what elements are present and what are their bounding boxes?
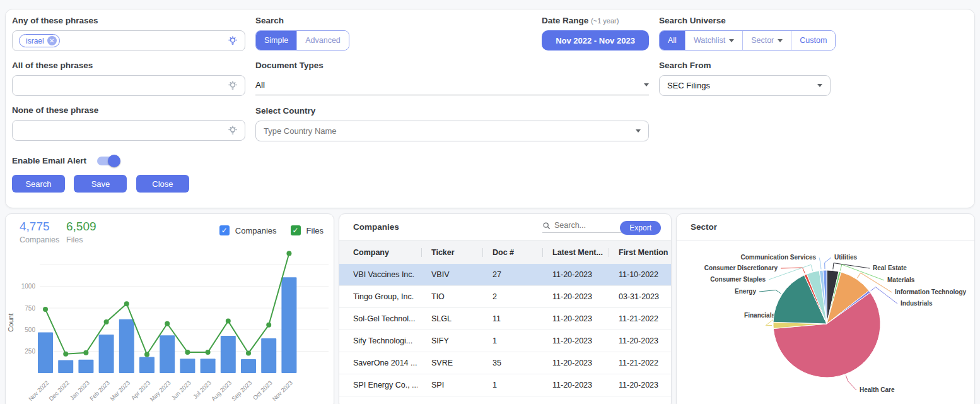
cell: Sol-Gel Technol...	[339, 314, 417, 323]
x-tick-label: Sep 2023	[230, 379, 254, 403]
suggestion-bulb-icon[interactable]	[227, 125, 238, 136]
companies-search[interactable]	[542, 221, 622, 233]
y-tick-label: 500	[25, 326, 35, 333]
search-from-select[interactable]: SEC Filings	[659, 75, 831, 96]
toggle-knob	[108, 155, 120, 167]
point-apr-2023[interactable]	[144, 352, 149, 357]
point-jan-2023[interactable]	[83, 350, 88, 355]
point-dec-2022[interactable]	[63, 352, 68, 357]
companies-count: 4,775	[20, 220, 59, 234]
bar-oct-2023[interactable]	[261, 338, 276, 373]
save-button[interactable]: Save	[74, 175, 127, 193]
suggestion-bulb-icon[interactable]	[227, 35, 238, 47]
column-header-doc[interactable]: Doc #	[479, 248, 539, 257]
cell: VBIV	[417, 270, 479, 279]
cell: SLGL	[417, 314, 479, 323]
companies-checkbox[interactable]: ✓	[219, 225, 230, 235]
column-header-company[interactable]: Company	[339, 248, 417, 257]
table-row-svre[interactable]: SaverOne 2014 ...SVRE3511-20-202311-21-2…	[339, 352, 671, 374]
country-field[interactable]	[264, 126, 636, 136]
date-range-button[interactable]: Nov 2022 - Nov 2023	[542, 30, 649, 50]
legend-companies[interactable]: ✓ Companies	[219, 225, 277, 235]
point-jun-2023[interactable]	[185, 350, 190, 355]
bar-dec-2022[interactable]	[58, 360, 73, 373]
mentions-bar-line-chart: 2505007501000CountNov 2022Dec 2022Jan 20…	[6, 247, 335, 404]
bar-jan-2023[interactable]	[78, 360, 93, 373]
point-sep-2023[interactable]	[246, 350, 251, 355]
universe-sector-button[interactable]: Sector	[742, 31, 791, 50]
bar-sep-2023[interactable]	[241, 359, 256, 373]
bar-mar-2023[interactable]	[119, 319, 134, 373]
table-row-tio[interactable]: Tingo Group, Inc.TIO211-20-202303-31-202…	[339, 286, 671, 308]
point-feb-2023[interactable]	[104, 319, 109, 324]
universe-custom-button[interactable]: Custom	[791, 31, 835, 50]
search-icon	[542, 222, 551, 230]
document-types-label: Document Types	[255, 61, 649, 70]
y-axis-title: Count	[7, 313, 15, 331]
column-header-first-mention[interactable]: First Mention	[605, 248, 671, 257]
cell: Sify Technologi...	[339, 336, 417, 345]
universe-all-button[interactable]: All	[660, 31, 685, 50]
table-row-spi[interactable]: SPI Energy Co., ...SPI111-20-202311-20-2…	[339, 374, 671, 396]
bar-apr-2023[interactable]	[139, 357, 155, 373]
files-checkbox[interactable]: ✓	[291, 225, 301, 235]
chip-close-icon[interactable]: ✕	[47, 36, 57, 45]
column-header-ticker[interactable]: Ticker	[417, 248, 479, 257]
email-alert-toggle[interactable]	[97, 157, 119, 165]
none-phrases-field[interactable]	[19, 126, 227, 135]
companies-search-input[interactable]	[554, 221, 611, 230]
cell: SIFY	[417, 336, 479, 345]
bar-may-2023[interactable]	[160, 335, 175, 373]
point-aug-2023[interactable]	[226, 319, 231, 324]
none-phrases-input[interactable]	[12, 120, 245, 141]
none-phrases-label: None of these phrase	[12, 105, 245, 115]
chevron-down-icon	[729, 39, 734, 42]
phrase-chip[interactable]: israel ✕	[19, 34, 60, 47]
mentions-trend-panel: 4,775 Companies 6,509 Files ✓ Companies …	[5, 213, 334, 404]
table-row-vbiv[interactable]: VBI Vaccines Inc.VBIV2711-20-202311-10-2…	[339, 264, 671, 286]
universe-watchlist-button[interactable]: Watchlist	[685, 31, 742, 50]
search-mode-advanced[interactable]: Advanced	[296, 31, 349, 50]
companies-panel-title: Companies	[353, 222, 399, 232]
cell: 11-20-2023	[539, 381, 605, 389]
point-jul-2023[interactable]	[206, 350, 211, 355]
point-nov-2022[interactable]	[43, 307, 48, 312]
cell: 03-31-2023	[605, 292, 671, 301]
column-header-latest-ment[interactable]: Latest Ment...	[539, 248, 605, 257]
cell: 11-20-2023	[605, 381, 671, 389]
legend-files[interactable]: ✓ Files	[291, 225, 324, 235]
pie-label-industrials: Industrials	[901, 300, 933, 307]
point-oct-2023[interactable]	[266, 323, 271, 328]
bar-jul-2023[interactable]	[201, 359, 216, 373]
x-tick-label: Jan 2023	[68, 379, 90, 401]
x-tick-label: Feb 2023	[88, 379, 111, 402]
search-universe-label: Search Universe	[659, 16, 836, 25]
bar-nov-2023[interactable]	[281, 277, 296, 373]
chevron-down-icon	[778, 39, 783, 42]
x-tick-label: Nov 2022	[27, 379, 50, 403]
export-button[interactable]: Export	[620, 221, 661, 235]
bar-aug-2023[interactable]	[221, 336, 236, 373]
point-mar-2023[interactable]	[124, 301, 129, 306]
table-row-sify[interactable]: Sify Technologi...SIFY111-20-202311-20-2…	[339, 330, 671, 352]
close-button[interactable]: Close	[136, 175, 189, 193]
suggestion-bulb-icon[interactable]	[227, 80, 238, 92]
all-phrases-field[interactable]	[19, 81, 227, 90]
select-country-input[interactable]	[255, 121, 649, 141]
pie-label-health-care: Health Care	[860, 386, 895, 393]
pie-label-consumer-staples: Consumer Staples	[710, 276, 766, 283]
all-phrases-input[interactable]	[12, 75, 245, 96]
document-types-select[interactable]: All	[255, 75, 649, 95]
table-row-slgl[interactable]: Sol-Gel Technol...SLGL1111-20-202311-21-…	[339, 308, 671, 330]
cell: 1	[479, 336, 539, 345]
cell: 11-20-2023	[539, 336, 605, 345]
any-phrases-input[interactable]: israel ✕	[12, 30, 245, 51]
bar-nov-2022[interactable]	[38, 332, 53, 373]
point-may-2023[interactable]	[165, 321, 170, 326]
search-button[interactable]: Search	[12, 175, 65, 193]
search-mode-simple[interactable]: Simple	[256, 31, 296, 50]
point-nov-2023[interactable]	[286, 251, 291, 256]
leader-line-consumer-discretionary	[781, 268, 805, 273]
bar-jun-2023[interactable]	[180, 359, 195, 373]
bar-feb-2023[interactable]	[99, 335, 114, 373]
